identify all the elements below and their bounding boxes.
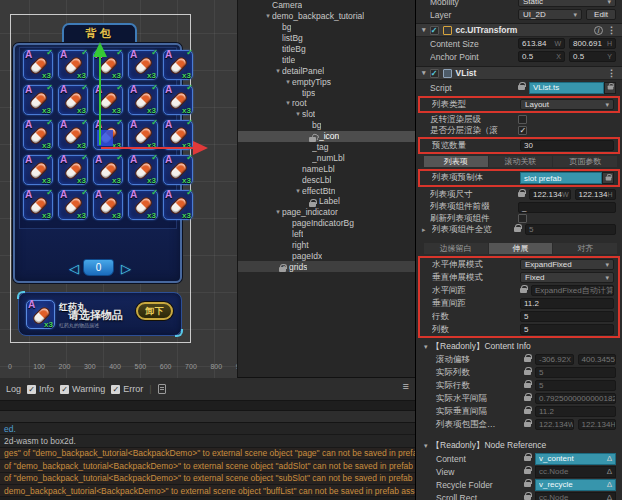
- gizmo-x-arrow-icon[interactable]: [193, 141, 208, 155]
- hierarchy-node[interactable]: ▾ detailPanel: [238, 65, 415, 76]
- expand-arrow-icon[interactable]: ▾: [264, 12, 272, 20]
- component-menu-icon[interactable]: ⋮: [607, 68, 616, 78]
- gizmo-y-axis[interactable]: [99, 56, 101, 145]
- console-log-row[interactable]: ed.: [0, 423, 415, 435]
- tab-list-item[interactable]: 列表项: [424, 156, 488, 167]
- inventory-slot[interactable]: A x3: [128, 155, 158, 185]
- tab-page-params[interactable]: 页面参数: [553, 156, 617, 167]
- inventory-slot[interactable]: A x3: [128, 50, 158, 80]
- collapse-arrow-icon[interactable]: ▾: [424, 442, 428, 450]
- view-node-field[interactable]: cc.NodeΔ: [535, 466, 616, 478]
- hierarchy-node[interactable]: Camera: [238, 0, 415, 11]
- hierarchy-node[interactable]: ▾ slot: [238, 109, 415, 120]
- filter-error[interactable]: Error: [111, 384, 143, 394]
- inventory-slot[interactable]: A x3: [23, 155, 53, 185]
- inventory-slot[interactable]: A x3: [93, 190, 123, 220]
- item-size-h-field[interactable]: 122.134H: [575, 189, 617, 200]
- anchor-x-field[interactable]: 0.5X: [518, 51, 565, 62]
- hierarchy-node[interactable]: Label: [238, 196, 415, 207]
- page-right-arrow-icon[interactable]: ▷: [121, 262, 131, 275]
- inventory-slot[interactable]: A x3: [163, 85, 193, 115]
- hierarchy-node[interactable]: descLbl: [238, 174, 415, 185]
- cols-field[interactable]: 5: [520, 324, 614, 335]
- expand-arrow-icon[interactable]: ▾: [274, 208, 282, 216]
- hierarchy-node[interactable]: tips: [238, 87, 415, 98]
- collapse-arrow-icon[interactable]: ▾: [422, 26, 426, 34]
- info-checkbox[interactable]: [27, 385, 36, 394]
- inventory-slot[interactable]: A x3: [23, 120, 53, 150]
- refresh-item-checkbox[interactable]: [518, 214, 527, 223]
- page-index-button[interactable]: 0: [83, 259, 114, 276]
- console-log-row[interactable]: of "demo_backpack_tutorial<BackpackDemo>…: [0, 473, 415, 485]
- console-log-row[interactable]: 2d-wasm to box2d.: [0, 435, 415, 447]
- expand-arrow-icon[interactable]: ▾: [284, 99, 292, 107]
- expand-arrow-icon[interactable]: ▾: [274, 67, 282, 75]
- hierarchy-node[interactable]: left: [238, 229, 415, 240]
- tab-scroll-link[interactable]: 滚动关联: [489, 156, 553, 167]
- hierarchy-node[interactable]: _numLbl: [238, 152, 415, 163]
- content-node-field[interactable]: v_contentΔ: [535, 453, 616, 465]
- anchor-y-field[interactable]: 0.5Y: [569, 51, 616, 62]
- filter-info[interactable]: Info: [27, 384, 54, 394]
- item-prefix-field[interactable]: _: [518, 202, 616, 213]
- unequip-button[interactable]: 卸下: [136, 302, 173, 320]
- page-left-arrow-icon[interactable]: ◁: [69, 262, 79, 275]
- hierarchy-node[interactable]: bg: [238, 120, 415, 131]
- gizmo-x-axis[interactable]: [101, 147, 193, 149]
- scene-view[interactable]: 背包 A x3 A x3 A x3 A x3 A x3 A x3 A x: [0, 0, 237, 378]
- inventory-slot[interactable]: A x3: [58, 190, 88, 220]
- inventory-slot[interactable]: A x3: [58, 120, 88, 150]
- content-size-w-field[interactable]: 613.84W: [518, 38, 565, 49]
- inventory-slot[interactable]: A x3: [23, 190, 53, 220]
- hierarchy-node[interactable]: bg: [238, 22, 415, 33]
- collapse-arrow-icon[interactable]: ▾: [424, 343, 428, 351]
- hierarchy-node[interactable]: ▾ emptyTips: [238, 76, 415, 87]
- tab-align[interactable]: 对齐: [553, 243, 617, 254]
- hierarchy-node[interactable]: ▾ effectBtn: [238, 185, 415, 196]
- layer-dropdown[interactable]: UI_2D: [518, 9, 582, 20]
- tab-edge-padding[interactable]: 边缘留白: [424, 243, 488, 254]
- item-prefab-field[interactable]: slot prefab: [520, 172, 602, 184]
- inventory-slot[interactable]: A x3: [93, 155, 123, 185]
- inventory-slot[interactable]: A x3: [58, 155, 88, 185]
- hierarchy-node[interactable]: ▾ demo_backpack_tutorial: [238, 11, 415, 22]
- console-menu-icon[interactable]: ≡: [403, 380, 409, 392]
- asset-lock-button[interactable]: [604, 82, 616, 94]
- h-expand-dropdown[interactable]: ExpandFixed: [520, 259, 614, 270]
- preview-count-field[interactable]: 30: [520, 140, 614, 151]
- script-asset-field[interactable]: VList.ts: [529, 82, 604, 94]
- inventory-slot[interactable]: A x3: [163, 50, 193, 80]
- console-log-row[interactable]: demo_backpack_tutorial<BackpackDemo>" to…: [0, 485, 415, 497]
- hierarchy-node[interactable]: title: [238, 54, 415, 65]
- hierarchy-node[interactable]: listBg: [238, 33, 415, 44]
- list-type-dropdown[interactable]: Layout: [520, 99, 614, 110]
- inventory-slot[interactable]: A x3: [163, 155, 193, 185]
- selected-item-slot[interactable]: A x3: [26, 300, 55, 329]
- inventory-slot[interactable]: A x3: [128, 85, 158, 115]
- hierarchy-node[interactable]: ▾ page_indicator: [238, 207, 415, 218]
- inventory-slot[interactable]: A x3: [128, 190, 158, 220]
- hierarchy-node[interactable]: titleBg: [238, 44, 415, 55]
- inventory-slot[interactable]: A x3: [163, 120, 193, 150]
- item-size-w-field[interactable]: 122.134W: [529, 189, 571, 200]
- help-icon[interactable]: i: [594, 26, 603, 35]
- expand-arrow-icon[interactable]: ▾: [294, 187, 302, 195]
- hierarchy-node[interactable]: _icon: [238, 131, 415, 142]
- component-enabled-checkbox[interactable]: [430, 69, 439, 78]
- hierarchy-node[interactable]: ▾ root: [238, 98, 415, 109]
- v-expand-dropdown[interactable]: Fixed: [520, 272, 614, 283]
- rows-field[interactable]: 5: [520, 311, 614, 322]
- inventory-slot[interactable]: A x3: [23, 50, 53, 80]
- lock-icon[interactable]: [279, 267, 286, 272]
- console-log-row[interactable]: ges" of "demo_backpack_tutorial<Backpack…: [0, 448, 415, 460]
- reverse-render-checkbox[interactable]: [518, 115, 527, 124]
- inventory-slot[interactable]: A x3: [58, 85, 88, 115]
- asset-lock-button[interactable]: [602, 172, 614, 184]
- expand-arrow-icon[interactable]: ▾: [294, 110, 302, 118]
- inventory-slot[interactable]: A x3: [128, 120, 158, 150]
- inventory-slot[interactable]: A x3: [23, 85, 53, 115]
- gizmo-y-arrow-icon[interactable]: [93, 42, 107, 57]
- inventory-slot[interactable]: A x3: [93, 85, 123, 115]
- component-enabled-checkbox[interactable]: [430, 26, 439, 35]
- inventory-slot[interactable]: A x3: [163, 190, 193, 220]
